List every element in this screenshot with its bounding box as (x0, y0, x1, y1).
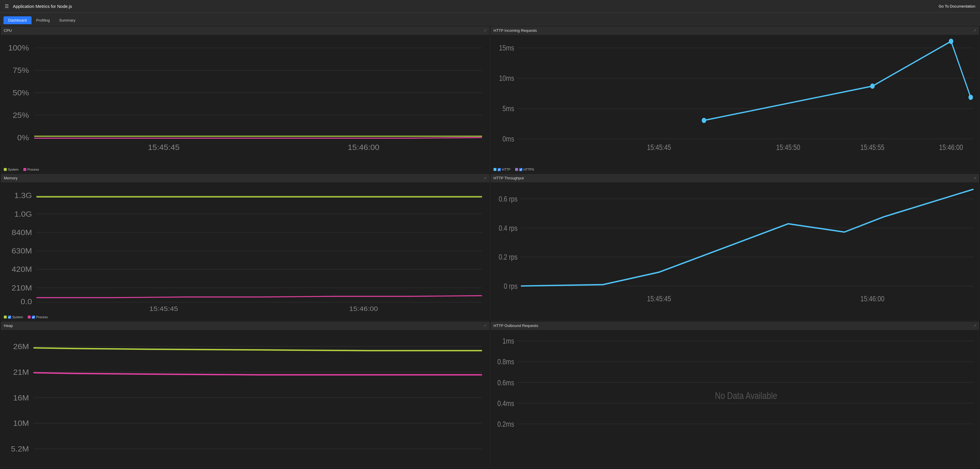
svg-text:16M: 16M (13, 394, 29, 402)
http-incoming-header: HTTP Incoming Requests ⤢ (491, 27, 979, 35)
memory-panel: Memory ⤢ 1.3G 1.0G 840M 630M 420M 210M 0… (1, 174, 490, 321)
http-throughput-chart-content: 0.6 rps 0.4 rps 0.2 rps 0 rps 15:45:45 1… (491, 182, 979, 320)
memory-expand-icon[interactable]: ⤢ (484, 176, 487, 180)
svg-text:0.4 rps: 0.4 rps (499, 224, 518, 233)
svg-text:15:45:45: 15:45:45 (148, 144, 180, 152)
memory-title: Memory (4, 176, 18, 180)
svg-text:0.6 rps: 0.6 rps (499, 195, 518, 203)
tab-profiling[interactable]: Profiling (32, 16, 55, 24)
http-outbound-chart: 1ms 0.8ms 0.6ms 0.4ms 0.2ms No Data Avai… (491, 330, 979, 468)
tabs-bar: Dashboard Profiling Summary (0, 13, 980, 26)
memory-legend: System Process (1, 314, 489, 320)
svg-text:25%: 25% (13, 111, 29, 119)
http-incoming-expand-icon[interactable]: ⤢ (974, 29, 976, 32)
heap-panel-header: Heap ⤢ (1, 322, 489, 330)
memory-legend-system: System (4, 315, 23, 319)
http-incoming-legend: HTTP HTTPS (491, 166, 979, 173)
heap-title: Heap (4, 323, 13, 328)
cpu-legend: System Process (1, 166, 489, 173)
http-throughput-chart: 0.6 rps 0.4 rps 0.2 rps 0 rps 15:45:45 1… (491, 182, 979, 320)
svg-text:0%: 0% (17, 133, 29, 142)
heap-chart: 26M 21M 16M 10M 5.2M (1, 330, 489, 468)
heap-panel: Heap ⤢ 26M 21M 16M 10M 5.2M (1, 322, 490, 468)
cpu-panel: CPU ⤢ 100% 75% 50% 25% 0% 15:45:45 15:46… (1, 26, 490, 173)
memory-process-dot (28, 315, 31, 318)
app-title: Application Metrics for Node.js (13, 4, 72, 9)
dashboard: CPU ⤢ 100% 75% 50% 25% 0% 15:45:45 15:46… (0, 26, 980, 469)
https-checkbox[interactable] (519, 168, 522, 171)
tab-dashboard[interactable]: Dashboard (3, 16, 32, 24)
http-throughput-panel: HTTP Throughput ⤢ 0.6 rps 0.4 rps 0.2 rp… (490, 174, 979, 321)
memory-system-checkbox[interactable] (8, 315, 11, 319)
svg-text:840M: 840M (12, 228, 32, 236)
http-outbound-title: HTTP Outbound Requests (493, 323, 538, 328)
http-incoming-title: HTTP Incoming Requests (493, 28, 537, 33)
memory-system-label: System (12, 315, 23, 319)
heap-expand-icon[interactable]: ⤢ (484, 324, 487, 328)
doc-link[interactable]: Go To Documentation (939, 4, 975, 8)
header-left: ☰ Application Metrics for Node.js (5, 3, 72, 9)
svg-text:0.4ms: 0.4ms (497, 399, 514, 408)
svg-text:15ms: 15ms (499, 44, 514, 52)
svg-text:15:46:00: 15:46:00 (860, 295, 884, 303)
http-outbound-panel: HTTP Outbound Requests ⤢ 1ms 0.8ms 0.6ms… (490, 322, 979, 468)
http-legend-http: HTTP (493, 168, 511, 171)
memory-chart: 1.3G 1.0G 840M 630M 420M 210M 0.0 15:45:… (1, 182, 489, 314)
https-dot (515, 168, 518, 171)
memory-chart-content: 1.3G 1.0G 840M 630M 420M 210M 0.0 15:45:… (1, 182, 489, 314)
cpu-panel-header: CPU ⤢ (1, 27, 489, 35)
http-dot (493, 168, 496, 171)
svg-text:0.2 rps: 0.2 rps (499, 253, 518, 261)
http-incoming-panel: HTTP Incoming Requests ⤢ 15ms 10ms 5ms 0… (490, 26, 979, 173)
cpu-system-dot (4, 168, 7, 171)
http-legend-https: HTTPS (515, 168, 534, 171)
memory-process-label: Process (36, 315, 48, 319)
http-throughput-expand-icon[interactable]: ⤢ (974, 176, 976, 180)
svg-text:15:45:55: 15:45:55 (860, 144, 884, 152)
svg-text:5ms: 5ms (503, 105, 514, 113)
cpu-system-label: System (8, 168, 19, 171)
tab-summary[interactable]: Summary (55, 16, 80, 24)
memory-panel-header: Memory ⤢ (1, 174, 489, 182)
svg-text:15:46:00: 15:46:00 (348, 144, 380, 152)
http-incoming-chart: 15ms 10ms 5ms 0ms 15:45:45 15:45:50 15:4… (491, 35, 979, 166)
header: ☰ Application Metrics for Node.js Go To … (0, 0, 980, 13)
svg-text:1.0G: 1.0G (14, 210, 32, 218)
svg-text:15:45:45: 15:45:45 (647, 295, 671, 303)
svg-text:0.6ms: 0.6ms (497, 379, 514, 387)
cpu-expand-icon[interactable]: ⤢ (484, 29, 487, 32)
svg-text:10M: 10M (13, 419, 29, 428)
svg-text:10ms: 10ms (499, 74, 514, 82)
hamburger-icon[interactable]: ☰ (5, 3, 9, 9)
svg-text:420M: 420M (12, 265, 32, 274)
svg-text:75%: 75% (13, 66, 29, 74)
svg-text:15:45:45: 15:45:45 (149, 305, 178, 312)
svg-point-27 (968, 95, 973, 100)
http-outbound-chart-content: 1ms 0.8ms 0.6ms 0.4ms 0.2ms No Data Avai… (491, 330, 979, 468)
svg-text:1ms: 1ms (503, 337, 514, 345)
cpu-chart: 100% 75% 50% 25% 0% 15:45:45 15:46:00 (1, 35, 489, 166)
heap-chart-content: 26M 21M 16M 10M 5.2M (1, 330, 489, 468)
svg-text:100%: 100% (8, 44, 29, 52)
svg-text:15:46:00: 15:46:00 (939, 144, 963, 152)
svg-text:26M: 26M (13, 342, 29, 351)
cpu-title: CPU (4, 28, 12, 33)
svg-text:15:45:45: 15:45:45 (647, 144, 671, 152)
http-outbound-expand-icon[interactable]: ⤢ (974, 324, 976, 328)
memory-legend-process: Process (28, 315, 48, 319)
svg-text:50%: 50% (13, 89, 29, 97)
https-label: HTTPS (523, 168, 534, 171)
svg-text:15:45:50: 15:45:50 (776, 144, 800, 152)
http-checkbox[interactable] (498, 168, 501, 171)
svg-text:No Data Available: No Data Available (715, 390, 777, 401)
memory-system-dot (4, 315, 7, 318)
svg-text:0.2ms: 0.2ms (497, 420, 514, 428)
memory-process-checkbox[interactable] (32, 315, 35, 319)
svg-text:1.3G: 1.3G (14, 192, 32, 200)
svg-text:21M: 21M (13, 368, 29, 377)
svg-point-24 (702, 118, 706, 123)
svg-text:0.8ms: 0.8ms (497, 358, 514, 366)
cpu-legend-process: Process (23, 168, 39, 171)
svg-point-26 (949, 39, 953, 44)
svg-text:15:46:00: 15:46:00 (349, 305, 378, 312)
